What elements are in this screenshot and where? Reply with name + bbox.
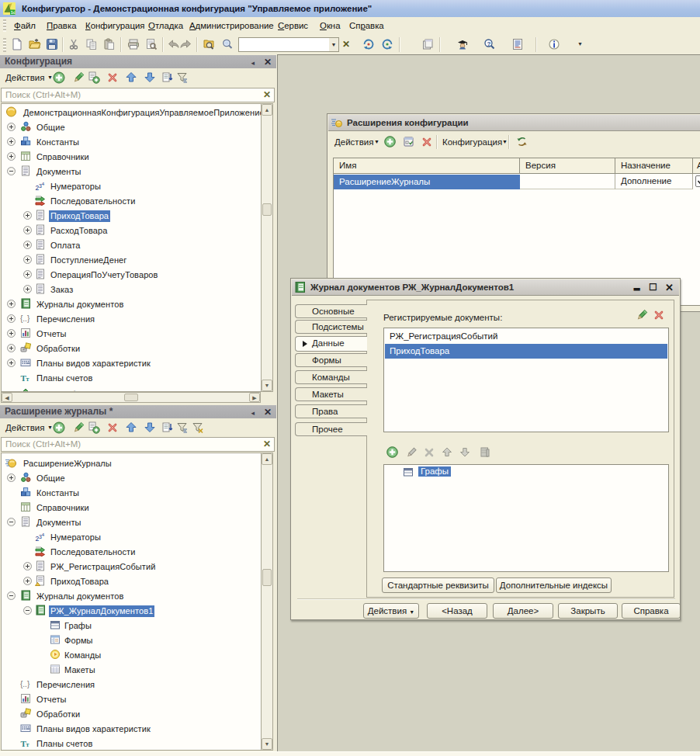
svg-text:?: ? [487,40,491,47]
svg-text:{..}: {..} [20,314,30,323]
svg-text:1c: 1c [11,10,16,15]
svg-text:т: т [26,741,29,748]
svg-text:4: 4 [42,532,45,537]
svg-text:4: 4 [42,182,45,186]
svg-text:т: т [26,376,29,383]
svg-text:{..}: {..} [20,680,30,688]
